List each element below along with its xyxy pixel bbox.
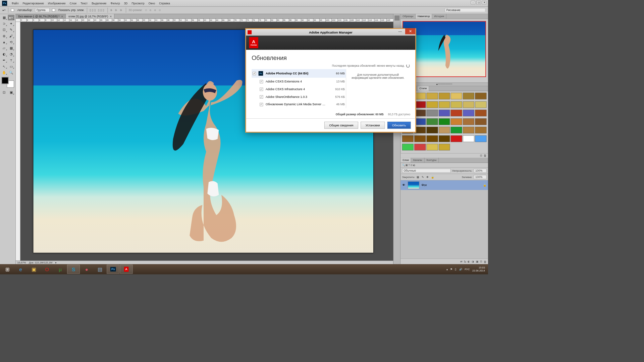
- menu-окно[interactable]: Окно: [147, 1, 157, 6]
- update-row[interactable]: Adobe ShareOnBehance 1.0.3576 КБ: [252, 93, 346, 101]
- style-swatch[interactable]: [451, 110, 462, 116]
- path-tool[interactable]: ↖: [1, 63, 7, 69]
- details-button[interactable]: Общие сведения: [324, 122, 358, 129]
- utorrent-icon[interactable]: µ: [54, 265, 67, 274]
- menu-слои[interactable]: Слои: [68, 1, 78, 6]
- adobe-taskbar-icon[interactable]: A: [120, 265, 133, 274]
- style-swatch[interactable]: [463, 110, 474, 116]
- healing-tool[interactable]: ⊛: [1, 33, 7, 39]
- style-swatch[interactable]: [439, 93, 450, 100]
- panel-tab-Контуры[interactable]: Контуры: [424, 158, 439, 163]
- style-swatch[interactable]: [414, 144, 426, 150]
- style-swatch[interactable]: [426, 101, 438, 108]
- style-swatch[interactable]: [402, 135, 414, 142]
- opera-icon[interactable]: O: [41, 265, 53, 274]
- lasso-tool[interactable]: ⊃: [1, 21, 7, 26]
- delete-style-icon[interactable]: 🗑: [484, 154, 486, 157]
- style-swatch[interactable]: [475, 135, 486, 142]
- refresh-icon[interactable]: [406, 64, 410, 68]
- screenmode-tool[interactable]: ▣: [8, 89, 14, 95]
- panel-tab-Навигатор[interactable]: Навигатор: [416, 14, 432, 19]
- history-brush-tool[interactable]: ⟲: [8, 39, 14, 45]
- start-button[interactable]: ⊞: [1, 265, 14, 274]
- photoshop-taskbar-icon[interactable]: Ps: [107, 265, 119, 274]
- stamp-tool[interactable]: ▲: [1, 39, 7, 45]
- style-swatch[interactable]: [475, 118, 486, 125]
- style-swatch[interactable]: [402, 144, 414, 150]
- mask-icon[interactable]: ◐: [468, 260, 470, 263]
- update-checkbox[interactable]: [253, 72, 256, 75]
- collapsed-panel-icon[interactable]: [394, 15, 399, 20]
- menu-фильтр[interactable]: Фильтр: [108, 1, 122, 6]
- tray-network-icon[interactable]: ▯: [455, 268, 457, 270]
- layer-name[interactable]: Фон: [421, 184, 481, 187]
- menu-справка[interactable]: Справка: [157, 1, 172, 6]
- hand-tool[interactable]: ✋: [1, 70, 7, 75]
- tray-arrow-icon[interactable]: ▴: [446, 268, 448, 270]
- tray-volume-icon[interactable]: 🔊: [459, 268, 462, 270]
- dodge-tool[interactable]: ◔: [8, 51, 14, 57]
- update-row-main[interactable]: Ps Adobe Photoshop CC (64 Bit) 60 МБ: [252, 69, 346, 78]
- visibility-icon[interactable]: 👁: [402, 183, 406, 187]
- settings-button[interactable]: Установки: [361, 122, 385, 129]
- style-swatch[interactable]: [426, 93, 438, 100]
- style-swatch[interactable]: [426, 144, 438, 150]
- move-tool-active[interactable]: ▸+: [8, 15, 14, 20]
- update-row[interactable]: Adobe CSXS Extensions 413 МБ: [252, 78, 346, 85]
- gradient-tool[interactable]: ▦: [8, 45, 14, 51]
- document-tab[interactable]: пляж (5).jpg @ 16,7% (RGB/8*)✕: [66, 14, 114, 19]
- new-layer-icon[interactable]: ⊡: [480, 260, 482, 263]
- menu-текст[interactable]: Текст: [78, 1, 90, 6]
- style-swatch[interactable]: [451, 93, 462, 100]
- update-checkbox[interactable]: [260, 103, 263, 106]
- tray-flag-icon[interactable]: ⚑: [450, 268, 452, 270]
- menu-просмотр[interactable]: Просмотр: [129, 1, 146, 6]
- align-icons[interactable]: ▯▯▯ ▯▯▯: [90, 8, 105, 12]
- style-swatch[interactable]: [451, 135, 462, 142]
- menu-файл[interactable]: Файл: [10, 1, 21, 6]
- document-tab[interactable]: Без имени-1 @ 66,7% (RGB/8) *✕: [16, 14, 66, 19]
- restore-button[interactable]: ▭: [476, 1, 481, 4]
- crop-tool[interactable]: ⊡: [1, 27, 7, 33]
- style-swatch[interactable]: [451, 118, 462, 125]
- layer-row[interactable]: 👁 Фон 🔒: [400, 180, 488, 190]
- workspace-dropdown[interactable]: Рисование: [445, 8, 485, 12]
- brush-tool[interactable]: 🖌: [8, 33, 14, 39]
- notepad-icon[interactable]: ▤: [94, 265, 106, 274]
- distribute-icons[interactable]: ⊪ ⊪ ⊪: [110, 8, 123, 12]
- update-button[interactable]: Обновить: [387, 122, 411, 129]
- style-swatch[interactable]: [426, 118, 438, 125]
- status-arrow-icon[interactable]: ▸: [55, 261, 57, 264]
- close-tab-icon[interactable]: ✕: [61, 15, 63, 17]
- layer-filter-icons[interactable]: 🔍 ▦ T ⊡ ◐: [402, 164, 415, 167]
- update-row[interactable]: Обновление Dynamic Link Media Server …46…: [252, 101, 346, 108]
- explorer-icon[interactable]: ▣: [28, 265, 40, 274]
- style-swatch[interactable]: [463, 127, 474, 133]
- delete-layer-icon[interactable]: 🗑: [484, 260, 486, 263]
- update-checkbox[interactable]: [260, 95, 263, 99]
- skype-icon[interactable]: S: [67, 265, 80, 274]
- close-button[interactable]: ✕: [482, 1, 487, 4]
- menu-редактирование[interactable]: Редактирование: [20, 1, 46, 6]
- layer-thumbnail[interactable]: [408, 181, 420, 189]
- blend-mode-dropdown[interactable]: Обычные: [402, 169, 451, 173]
- panel-tab-Слои[interactable]: Слои: [400, 158, 411, 163]
- style-swatch[interactable]: [426, 135, 438, 142]
- style-swatch[interactable]: [475, 93, 486, 100]
- eyedropper-tool[interactable]: ✎: [8, 27, 14, 33]
- aam-close-button[interactable]: ✕: [405, 28, 415, 34]
- close-tab-icon[interactable]: ✕: [110, 15, 112, 17]
- type-tool[interactable]: T: [8, 57, 14, 63]
- style-swatch[interactable]: [475, 127, 486, 133]
- style-swatch[interactable]: [451, 127, 462, 133]
- style-swatch[interactable]: [463, 93, 474, 100]
- style-swatch[interactable]: [463, 101, 474, 108]
- update-checkbox[interactable]: [260, 87, 263, 91]
- style-swatch[interactable]: [475, 110, 486, 116]
- new-style-icon[interactable]: ⊡: [480, 154, 482, 157]
- menu-выделение[interactable]: Выделение: [90, 1, 108, 6]
- show-controls-checkbox[interactable]: [52, 9, 55, 12]
- style-swatch[interactable]: [414, 135, 426, 142]
- style-swatch[interactable]: [439, 118, 450, 125]
- tray-clock[interactable]: 15:03 22.06.2014: [472, 266, 485, 272]
